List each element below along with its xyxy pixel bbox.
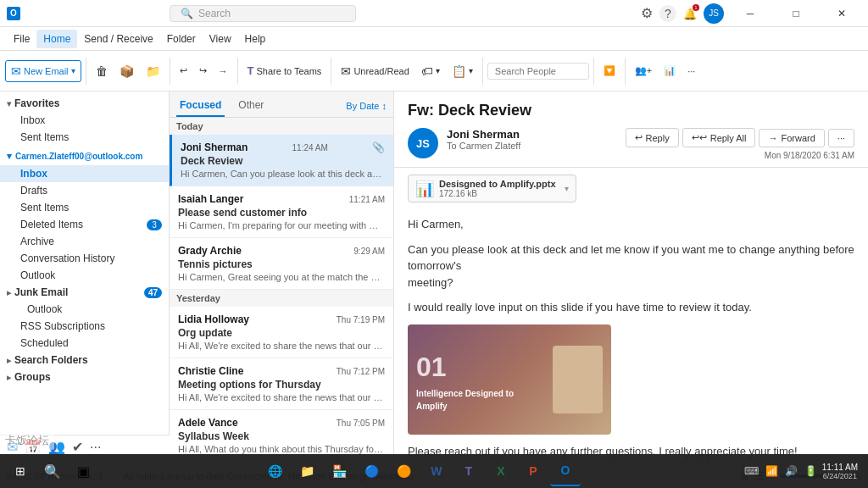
taskbar-task-view[interactable]: ▣ <box>68 456 98 486</box>
taskbar-app-edge[interactable]: 🌐 <box>260 456 291 486</box>
sidebar-item-deleted[interactable]: Deleted Items 3 <box>0 216 169 233</box>
taskbar-clock[interactable]: 11:11 AM 6/24/2021 <box>822 463 858 480</box>
help-icon[interactable]: ? <box>659 5 676 22</box>
email-date: Mon 9/18/2020 6:31 AM <box>765 151 854 160</box>
tray-network-icon[interactable]: 📶 <box>764 463 780 479</box>
search-folders-header[interactable]: ▸ Search Folders <box>0 352 169 369</box>
toolbar-sep-6 <box>593 58 594 85</box>
taskbar-app-2[interactable]: 🟠 <box>389 456 420 486</box>
junk-email-header[interactable]: ▸ Junk Email 47 <box>0 284 169 301</box>
account-label[interactable]: ▾ Carmen.Zlateff00@outlook.com <box>0 147 169 165</box>
search-people-input[interactable] <box>487 63 589 80</box>
sidebar-item-inbox-account[interactable]: Inbox <box>0 165 169 182</box>
sidebar-item-outlook-junk[interactable]: Outlook <box>0 301 169 318</box>
gear-icon[interactable]: ⚙ <box>641 5 653 21</box>
email-list: Today Joni Sherman 11:24 AM 📎 Deck Revie… <box>170 118 393 463</box>
sender-avatar: JS <box>408 128 438 158</box>
menu-file[interactable]: File <box>7 30 36 48</box>
new-email-button[interactable]: ✉ New Email ▾ <box>5 60 81 82</box>
more-nav-icon[interactable]: ··· <box>90 440 101 455</box>
email-item-3[interactable]: Lidia Holloway Thu 7:19 PM Org update Hi… <box>170 307 393 358</box>
forward-button[interactable]: → Forward <box>759 129 824 147</box>
toolbar-sep-1 <box>86 58 86 85</box>
body-greeting: Hi Carmen, <box>408 216 854 233</box>
attachment-dropdown-icon[interactable]: ▾ <box>565 184 569 193</box>
redo-button[interactable]: ↪ <box>194 62 212 80</box>
favorites-header[interactable]: ▾ Favorites <box>0 95 169 112</box>
taskbar-app-outlook[interactable]: O <box>550 456 581 486</box>
taskbar-search[interactable]: 🔍 <box>37 456 68 486</box>
reply-all-icon: ↩↩ <box>692 132 707 143</box>
watermark: 卡饭论坛 <box>0 431 54 450</box>
categorize-button[interactable]: 🏷▾ <box>416 61 445 81</box>
email-item-0[interactable]: Joni Sherman 11:24 AM 📎 Deck Review Hi C… <box>170 135 393 186</box>
rules-button[interactable]: 📋▾ <box>447 61 478 81</box>
sidebar-item-conv-history[interactable]: Conversation History <box>0 250 169 267</box>
taskbar-app-explorer[interactable]: 📁 <box>292 456 323 486</box>
attachment-icon-0: 📎 <box>372 141 385 153</box>
title-search-box[interactable]: 🔍 Search <box>170 5 356 22</box>
tray-battery-icon[interactable]: 🔋 <box>803 463 819 479</box>
reply-all-button[interactable]: ↩↩ Reply All <box>682 128 756 147</box>
email-item-4[interactable]: Christie Cline Thu 7:12 PM Meeting optio… <box>170 358 393 410</box>
groups-header[interactable]: ▸ Groups <box>0 369 169 385</box>
tasks-icon[interactable]: ✔ <box>72 439 83 455</box>
toolbar-sep-4 <box>331 58 331 85</box>
groups-chevron: ▸ <box>7 373 11 382</box>
sidebar-item-scheduled[interactable]: Scheduled <box>0 335 169 352</box>
sidebar-item-inbox-fav[interactable]: Inbox <box>0 112 169 129</box>
email-sort[interactable]: By Date ↕ <box>346 101 387 111</box>
start-button[interactable]: ⊞ <box>3 454 37 488</box>
body-line1: Can you please look at this deck and let… <box>408 241 854 291</box>
taskbar-app-store[interactable]: 🏪 <box>325 456 355 486</box>
close-button[interactable]: ✕ <box>822 0 861 27</box>
more-button[interactable]: ··· <box>682 63 700 80</box>
tray-sound-icon[interactable]: 🔊 <box>783 463 799 479</box>
meta-sender: Joni Sherman <box>447 128 617 141</box>
sidebar-item-sent-fav[interactable]: Sent Items <box>0 129 169 146</box>
sidebar-item-rss[interactable]: RSS Subscriptions <box>0 318 169 335</box>
more-actions-button[interactable]: ··· <box>828 129 854 147</box>
menu-help[interactable]: Help <box>238 30 273 48</box>
move-button[interactable]: 📁 <box>141 61 165 81</box>
tray-keyboard-icon[interactable]: ⌨ <box>743 463 760 479</box>
undo-button[interactable]: ↩ <box>175 62 192 80</box>
archive-button[interactable]: 📦 <box>114 61 139 81</box>
taskbar-app-1[interactable]: 🔵 <box>357 456 387 486</box>
notification-icon[interactable]: 🔔 1 <box>683 7 697 20</box>
pptx-icon: 📊 <box>415 180 434 198</box>
menu-home[interactable]: Home <box>36 30 77 48</box>
email-subject-0: Deck Review <box>181 155 385 167</box>
taskbar-app-powerpoint[interactable]: P <box>518 456 548 486</box>
sidebar-item-sent[interactable]: Sent Items <box>0 199 169 216</box>
sidebar-item-outlook-account[interactable]: Outlook <box>0 267 169 284</box>
chart-button[interactable]: 📊 <box>659 62 681 80</box>
maximize-button[interactable]: □ <box>776 0 815 27</box>
delete-button[interactable]: 🗑 <box>91 61 113 81</box>
email-sender-4: Christie Cline <box>178 365 243 377</box>
attachment-size: 172.16 kB <box>439 189 556 198</box>
taskbar-app-word[interactable]: W <box>421 456 452 486</box>
unread-read-button[interactable]: ✉ Unread/Read <box>336 61 414 81</box>
sidebar-item-archive[interactable]: Archive <box>0 233 169 250</box>
email-item-2[interactable]: Grady Archie 9:29 AM Tennis pictures Hi … <box>170 238 393 290</box>
email-item-1[interactable]: Isaiah Langer 11:21 AM Please send custo… <box>170 186 393 238</box>
reply-button[interactable]: ↩ Reply <box>626 128 679 147</box>
menu-send-receive[interactable]: Send / Receive <box>77 30 159 48</box>
user-avatar[interactable]: JS <box>704 3 724 24</box>
email-preview-1: Hi Carmen, I'm preparing for our meeting… <box>178 220 385 230</box>
taskbar-app-teams[interactable]: T <box>453 456 484 486</box>
email-time-2: 9:29 AM <box>353 247 385 256</box>
menu-view[interactable]: View <box>203 30 238 48</box>
taskbar-app-excel[interactable]: X <box>486 456 516 486</box>
minimize-button[interactable]: ─ <box>731 0 770 27</box>
filter-button[interactable]: 🔽 <box>598 62 620 80</box>
add-address-button[interactable]: 👥+ <box>630 62 657 80</box>
attachment-chip[interactable]: 📊 Desisgned to Amplify.pptx 172.16 kB ▾ <box>408 175 576 202</box>
tab-other[interactable]: Other <box>235 95 267 117</box>
share-to-teams-button[interactable]: T Share to Teams <box>242 61 327 80</box>
menu-folder[interactable]: Folder <box>160 30 203 48</box>
tab-focused[interactable]: Focused <box>176 95 225 117</box>
forward-arrow-button[interactable]: → <box>214 63 233 80</box>
sidebar-item-drafts[interactable]: Drafts <box>0 182 169 199</box>
